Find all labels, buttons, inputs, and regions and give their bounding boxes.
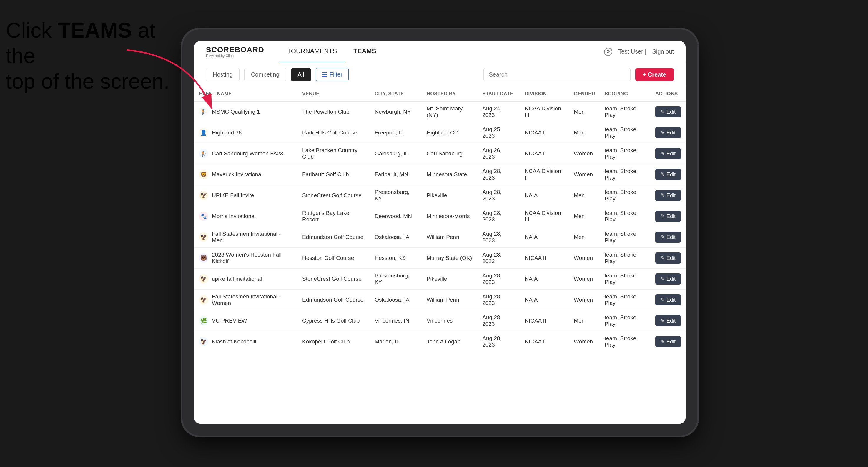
event-icon: 🏌 (199, 107, 208, 117)
venue-cell: StoneCrest Golf Course (298, 185, 370, 206)
table-row: 🦅upike fall invitationalStoneCrest Golf … (194, 269, 686, 289)
create-button[interactable]: + Create (635, 68, 674, 81)
division-cell: NCAA Division III (520, 206, 569, 227)
actions-cell: ✎ Edit (651, 269, 686, 289)
hosted-by-cell: William Penn (422, 289, 477, 310)
edit-button[interactable]: ✎ Edit (655, 190, 681, 201)
scoring-cell: team, Stroke Play (600, 206, 651, 227)
search-input[interactable] (484, 68, 630, 81)
division-cell: NICAA II (520, 310, 569, 331)
col-hosted-by: HOSTED BY (422, 87, 477, 101)
actions-cell: ✎ Edit (651, 289, 686, 310)
edit-button[interactable]: ✎ Edit (655, 252, 681, 264)
table-header: EVENT NAMEVENUECITY, STATEHOSTED BYSTART… (194, 87, 686, 101)
actions-cell: ✎ Edit (651, 185, 686, 206)
hosted-by-cell: William Penn (422, 227, 477, 248)
signout-link[interactable]: Sign out (652, 48, 674, 55)
start-date-cell: Aug 28, 2023 (477, 227, 520, 248)
hosted-by-cell: John A Logan (422, 331, 477, 352)
tablet-device: SCOREBOARD Powered by Clippi TOURNAMENTS… (182, 29, 698, 436)
header-right: ⚙ Test User | Sign out (604, 48, 674, 56)
table-row: 🦅UPIKE Fall InviteStoneCrest Golf Course… (194, 185, 686, 206)
gender-cell: Women (569, 289, 600, 310)
division-cell: NICAA I (520, 122, 569, 143)
event-name: Maverick Invitational (212, 171, 262, 178)
actions-cell: ✎ Edit (651, 227, 686, 248)
start-date-cell: Aug 28, 2023 (477, 185, 520, 206)
venue-cell: Ruttger's Bay Lake Resort (298, 206, 370, 227)
event-icon: 🌿 (199, 316, 208, 325)
venue-cell: StoneCrest Golf Course (298, 269, 370, 289)
table-row: 🌿VU PREVIEWCypress Hills Golf ClubVincen… (194, 310, 686, 331)
gender-cell: Men (569, 101, 600, 122)
city-state-cell: Oskaloosa, IA (370, 289, 422, 310)
col-event-name: EVENT NAME (194, 87, 298, 101)
col-division: DIVISION (520, 87, 569, 101)
search-box (484, 68, 630, 81)
edit-button[interactable]: ✎ Edit (655, 294, 681, 306)
edit-button[interactable]: ✎ Edit (655, 231, 681, 243)
venue-cell: Cypress Hills Golf Club (298, 310, 370, 331)
start-date-cell: Aug 28, 2023 (477, 331, 520, 352)
city-state-cell: Prestonsburg, KY (370, 185, 422, 206)
division-cell: NICAA II (520, 248, 569, 269)
actions-cell: ✎ Edit (651, 331, 686, 352)
actions-cell: ✎ Edit (651, 101, 686, 122)
col-gender: GENDER (569, 87, 600, 101)
competing-button[interactable]: Competing (244, 68, 286, 81)
table-row: 🦅Fall Statesmen Invitational - MenEdmund… (194, 227, 686, 248)
filter-button[interactable]: ☰ Filter (316, 68, 349, 81)
nav-tournaments[interactable]: TOURNAMENTS (279, 41, 345, 62)
hosted-by-cell: Pikeville (422, 185, 477, 206)
edit-button[interactable]: ✎ Edit (655, 211, 681, 222)
start-date-cell: Aug 28, 2023 (477, 310, 520, 331)
city-state-cell: Faribault, MN (370, 164, 422, 185)
edit-button[interactable]: ✎ Edit (655, 315, 681, 326)
edit-button[interactable]: ✎ Edit (655, 148, 681, 159)
col-start-date: START DATE (477, 87, 520, 101)
scoring-cell: team, Stroke Play (600, 310, 651, 331)
event-icon: 🦅 (199, 337, 208, 346)
nav-teams[interactable]: TEAMS (345, 41, 384, 62)
col-scoring: SCORING (600, 87, 651, 101)
scoring-cell: team, Stroke Play (600, 289, 651, 310)
event-name-cell: 🦅upike fall invitational (194, 269, 298, 289)
table-row: 🏌MSMC Qualifying 1The Powelton ClubNewbu… (194, 101, 686, 122)
event-name: Morris Invitational (212, 213, 256, 220)
actions-cell: ✎ Edit (651, 310, 686, 331)
gender-cell: Women (569, 269, 600, 289)
logo-subtitle: Powered by Clippi (206, 54, 264, 58)
gender-cell: Women (569, 248, 600, 269)
event-name: Highland 36 (212, 129, 242, 136)
start-date-cell: Aug 26, 2023 (477, 143, 520, 164)
city-state-cell: Prestonsburg, KY (370, 269, 422, 289)
start-date-cell: Aug 25, 2023 (477, 122, 520, 143)
edit-button[interactable]: ✎ Edit (655, 106, 681, 117)
edit-button[interactable]: ✎ Edit (655, 127, 681, 138)
gender-cell: Men (569, 310, 600, 331)
hosting-button[interactable]: Hosting (206, 68, 240, 81)
city-state-cell: Hesston, KS (370, 248, 422, 269)
edit-button[interactable]: ✎ Edit (655, 169, 681, 180)
edit-button[interactable]: ✎ Edit (655, 336, 681, 347)
event-icon: 🦅 (199, 295, 208, 305)
division-cell: NICAA I (520, 143, 569, 164)
actions-cell: ✎ Edit (651, 206, 686, 227)
event-name: VU PREVIEW (212, 317, 247, 324)
logo: SCOREBOARD Powered by Clippi (206, 45, 264, 58)
event-icon: 🐾 (199, 212, 208, 221)
event-icon: 🦁 (199, 170, 208, 179)
all-button[interactable]: All (291, 68, 311, 81)
table-body: 🏌MSMC Qualifying 1The Powelton ClubNewbu… (194, 101, 686, 352)
division-cell: NAIA (520, 227, 569, 248)
division-cell: NAIA (520, 289, 569, 310)
scoring-cell: team, Stroke Play (600, 269, 651, 289)
hosted-by-cell: Murray State (OK) (422, 248, 477, 269)
event-icon: 🦅 (199, 232, 208, 242)
event-name: Klash at Kokopelli (212, 338, 256, 345)
settings-icon[interactable]: ⚙ (604, 48, 612, 56)
city-state-cell: Oskaloosa, IA (370, 227, 422, 248)
edit-button[interactable]: ✎ Edit (655, 273, 681, 285)
start-date-cell: Aug 28, 2023 (477, 289, 520, 310)
gender-cell: Men (569, 227, 600, 248)
